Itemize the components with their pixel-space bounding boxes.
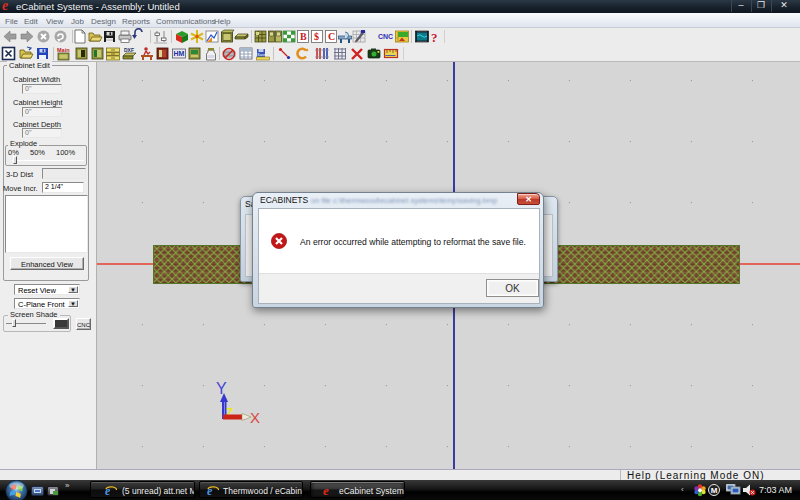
svg-text:?: ? [431, 30, 438, 45]
svg-text:HM: HM [174, 50, 185, 57]
svg-text:Y: Y [216, 380, 227, 397]
svg-text:C: C [328, 31, 335, 42]
svg-text:$: $ [314, 31, 319, 42]
svg-text:B: B [300, 31, 307, 42]
svg-text:DXF: DXF [124, 47, 134, 53]
svg-text:CNC: CNC [378, 33, 393, 40]
svg-text:X: X [250, 409, 260, 426]
svg-text:Main: Main [57, 47, 70, 53]
svg-text:Save: Save [257, 52, 267, 57]
